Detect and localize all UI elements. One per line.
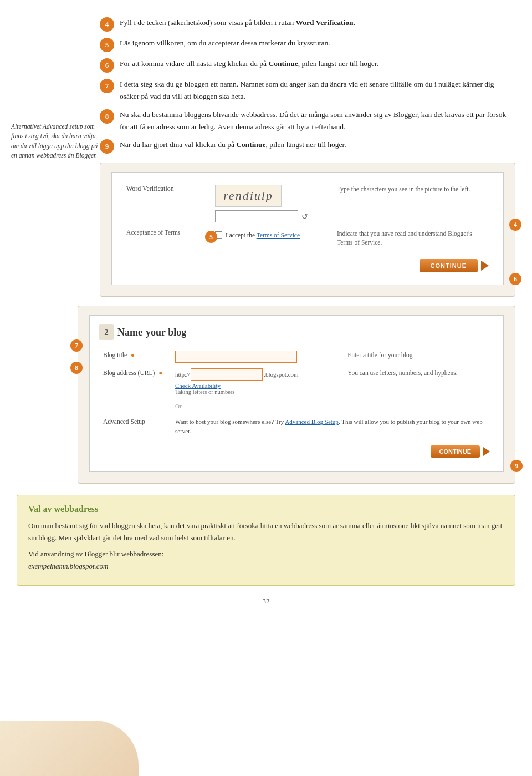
captcha-text: rendiulp xyxy=(223,189,273,203)
info-box-title: Val av webbadress xyxy=(28,504,504,514)
step-4-circle: 4 xyxy=(100,17,114,32)
wv-table: Word Verification rendiulp ↺ Type the ch… xyxy=(121,181,494,276)
continue-row: CONTINUE xyxy=(337,259,489,272)
adv-setup-text-cell: Want to host your blog somewhere else? T… xyxy=(171,414,494,438)
step-8-content: Nu ska du bestämma bloggens blivande web… xyxy=(120,109,515,134)
check-availability-link[interactable]: Check Availability xyxy=(175,382,339,389)
blog-address-label: Blog address (URL) xyxy=(103,369,155,376)
page-container: Alternativet Advanced setup som finns i … xyxy=(0,0,532,776)
name-blog-title: 2 Name your blog xyxy=(99,324,494,340)
acceptance-check-cell: I accept the Terms of Service 5 xyxy=(209,226,331,250)
info-box-para2: Vid användning av Blogger blir webbadres… xyxy=(28,548,504,572)
blog-form-table: Blog title ● Enter a title for your blog… xyxy=(99,348,494,460)
callout-6: 6 xyxy=(509,273,521,285)
wv-captcha-cell: rendiulp ↺ xyxy=(209,181,331,226)
wv-input-row: ↺ xyxy=(215,210,326,222)
step-6-bold: Continue xyxy=(268,59,298,68)
callout-5: 5 xyxy=(205,231,217,243)
step-9-bold: Continue xyxy=(236,140,265,149)
blog-title-input-cell xyxy=(171,348,343,366)
continue-arrow-2 xyxy=(483,447,490,456)
page-num-text: 32 xyxy=(263,597,270,605)
step-9-circle: 9 xyxy=(100,139,114,154)
continue-button-1[interactable]: CONTINUE xyxy=(420,259,478,272)
info-box-para2-text: Vid användning av Blogger blir webbadres… xyxy=(28,550,163,558)
accept-prefix: I accept the xyxy=(226,232,257,239)
step-badge: 2 xyxy=(99,324,114,340)
wv-row-2: Acceptance of Terms I accept the Terms o… xyxy=(121,226,494,250)
wv-right-desc-text: Type the characters you see in the pictu… xyxy=(337,186,470,192)
blog-address-input-row: http:// .blogspot.com xyxy=(175,368,339,381)
name-rest: your blog xyxy=(146,327,186,338)
adv-setup-row: Advanced Setup Want to host your blog so… xyxy=(99,414,494,438)
screenshot1-box: 4 6 Word Verification rendiulp ↺ xyxy=(100,163,515,297)
http-prefix: http:// xyxy=(175,371,190,378)
check-note: Taking letters or numbers xyxy=(175,389,339,395)
callout-4: 4 xyxy=(509,219,521,231)
acceptance-row: I accept the Terms of Service xyxy=(215,231,300,239)
screenshot2-box: 7 8 9 2 Name your blog Blog title ● En xyxy=(78,306,515,484)
step-6-content: För att komma vidare till nästa steg kli… xyxy=(120,58,378,70)
adv-setup-link[interactable]: Advanced Blog Setup xyxy=(285,418,339,425)
info-box-para1: Om man bestämt sig för vad bloggen ska h… xyxy=(28,520,504,544)
required-marker-title: ● xyxy=(131,352,135,358)
sidebar-note-text: Alternativet Advanced setup som finns i … xyxy=(11,123,98,159)
wv-right-desc: Type the characters you see in the pictu… xyxy=(331,181,494,226)
blog-title-row: Blog title ● Enter a title for your blog xyxy=(99,348,494,366)
wv-label: Word Verification xyxy=(121,181,209,226)
refresh-icon[interactable]: ↺ xyxy=(301,212,308,221)
continue-button-2[interactable]: CONTINUE xyxy=(431,445,480,458)
blog-title-label: Blog title xyxy=(103,352,127,358)
adv-setup-label: Advanced Setup xyxy=(103,418,145,425)
terms-link[interactable]: Terms of Service xyxy=(257,232,300,239)
or-cell: Or xyxy=(171,398,343,414)
step-9-row: 9 När du har gjort dina val klickar du p… xyxy=(100,139,515,154)
step-5-row: 5 Läs igenom villkoren, om du accepterar… xyxy=(100,37,515,52)
blog-continue-row: CONTINUE xyxy=(99,438,494,460)
blog-address-input[interactable] xyxy=(191,368,263,381)
step-6-circle: 6 xyxy=(100,58,114,73)
blog-title-hint: Enter a title for your blog xyxy=(343,348,494,366)
info-box-example: exempelnamn.blogspot.com xyxy=(28,562,108,570)
wv-text-input[interactable] xyxy=(215,210,298,222)
step-4-bold: Word Verification. xyxy=(296,18,355,27)
callout-7: 7 xyxy=(70,339,83,352)
page-number: 32 xyxy=(0,597,532,611)
info-box: Val av webbadress Om man bestämt sig för… xyxy=(17,495,515,586)
adv-setup-text: Want to host your blog somewhere else? T… xyxy=(175,417,490,435)
blog-title-input[interactable] xyxy=(175,351,297,363)
adv-setup-label-cell: Advanced Setup xyxy=(99,414,171,438)
step-8-circle: 8 xyxy=(100,109,114,124)
continue-arrow-1 xyxy=(481,261,489,271)
acceptance-label: Acceptance of Terms xyxy=(126,229,180,236)
continue-cell: CONTINUE xyxy=(331,250,494,276)
acceptance-right-desc: Indicate that you have read and understa… xyxy=(331,226,494,250)
blogspot-suffix: .blogspot.com xyxy=(264,371,298,378)
step-4-content: Fyll i de tecken (säkerhetskod) som visa… xyxy=(120,17,355,29)
sidebar-note: Alternativet Advanced setup som finns i … xyxy=(11,122,100,160)
name-bold: Name xyxy=(117,327,142,338)
step-5-content: Läs igenom villkoren, om du accepterar d… xyxy=(120,37,330,49)
blog-title-label-cell: Blog title ● xyxy=(99,348,171,366)
screenshot1-inner: Word Verification rendiulp ↺ Type the ch… xyxy=(111,172,504,285)
step-9-content: När du har gjort dina val klickar du på … xyxy=(120,139,346,151)
step-7-row: 7 I detta steg ska du ge bloggen ett nam… xyxy=(100,78,515,103)
acceptance-text: I accept the Terms of Service xyxy=(226,232,300,239)
required-marker-addr: ● xyxy=(158,369,162,376)
blog-address-row: Blog address (URL) ● http:// .blogspot.c… xyxy=(99,366,494,398)
step-6-row: 6 För att komma vidare till nästa steg k… xyxy=(100,58,515,73)
wv-captcha-image: rendiulp xyxy=(215,185,282,207)
steps-section: 4 Fyll i de tecken (säkerhetskod) som vi… xyxy=(100,17,515,154)
or-row: Or xyxy=(99,398,494,414)
blog-address-input-cell: http:// .blogspot.com Check Availability… xyxy=(171,366,343,398)
blog-continue-cell: CONTINUE xyxy=(343,438,494,460)
acceptance-right-text: Indicate that you have read and understa… xyxy=(337,230,472,246)
screenshot2-inner: 2 Name your blog Blog title ● Enter a ti… xyxy=(89,315,504,472)
wv-row-3: CONTINUE xyxy=(121,250,494,276)
address-right-desc: You can use letters, numbers, and hyphen… xyxy=(343,366,494,398)
step-7-content: I detta steg ska du ge bloggen ett namn.… xyxy=(120,78,515,103)
blog-address-label-cell: Blog address (URL) ● xyxy=(99,366,171,398)
callout-9: 9 xyxy=(510,460,523,472)
blog-continue-row: CONTINUE xyxy=(347,445,490,458)
step-7-circle: 7 xyxy=(100,79,114,93)
